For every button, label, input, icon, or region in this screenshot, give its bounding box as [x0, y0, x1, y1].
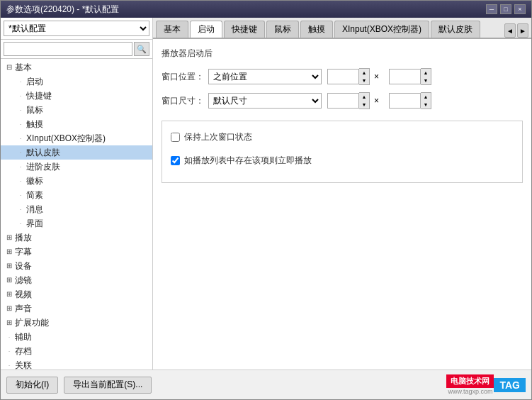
tree-toggle-徽标: -: [15, 175, 26, 187]
tab-XInput(XBOX控制器)[interactable]: XInput(XBOX控制器): [334, 21, 429, 38]
bottom-bar: 初始化(I) 导出当前配置(S)... 电脑技术网 www.tagxp.com …: [1, 370, 531, 399]
tree-label-界面: 界面: [26, 217, 43, 230]
tree-item-界面[interactable]: -界面: [1, 216, 152, 230]
tree-label-徽标: 徽标: [26, 174, 43, 187]
size-w-up[interactable]: ▲: [359, 93, 369, 101]
tree-item-鼠标[interactable]: -鼠标: [1, 103, 152, 117]
checkbox-keep-state[interactable]: [171, 133, 180, 142]
search-input[interactable]: [4, 42, 132, 56]
tree-label-声音: 声音: [15, 302, 32, 315]
tree-item-消息[interactable]: -消息: [1, 202, 152, 216]
tree-item-辅助[interactable]: -辅助: [1, 330, 152, 344]
tree-label-XInput: XInput(XBOX控制器): [26, 132, 106, 145]
tab-nav-prev[interactable]: ◄: [504, 23, 516, 38]
tree-item-进阶皮肤[interactable]: -进阶皮肤: [1, 160, 152, 174]
tree-item-XInput[interactable]: -XInput(XBOX控制器): [1, 131, 152, 145]
content-area: *默认配置 🔍 ⊟基本-启动-快捷键-鼠标-触摸-XInput(XBOX控制器)…: [1, 18, 531, 370]
tree-item-基本[interactable]: ⊟基本: [1, 60, 152, 74]
size-h-input[interactable]: 240: [389, 93, 421, 109]
export-button[interactable]: 导出当前配置(S)...: [64, 377, 152, 394]
tree-toggle-界面: -: [15, 218, 26, 229]
checkbox-autoplay[interactable]: [171, 156, 180, 165]
tree-item-默认皮肤[interactable]: -默认皮肤: [1, 145, 152, 160]
tree-item-简素[interactable]: -简素: [1, 188, 152, 202]
tree-toggle-默认皮肤: -: [15, 147, 26, 158]
size-h-up[interactable]: ▲: [421, 93, 431, 101]
close-button[interactable]: ×: [514, 4, 526, 14]
tab-默认皮肤[interactable]: 默认皮肤: [431, 21, 480, 38]
size-h-down[interactable]: ▼: [421, 101, 431, 109]
tree-toggle-播放: ⊞: [4, 232, 15, 243]
tree-item-关联[interactable]: -关联: [1, 358, 152, 370]
tree-label-视频: 视频: [15, 288, 32, 301]
tree-label-鼠标: 鼠标: [26, 104, 43, 116]
window-size-label: 窗口尺寸：: [162, 95, 204, 107]
tree-item-字幕[interactable]: ⊞字幕: [1, 245, 152, 259]
tree-label-播放: 播放: [15, 231, 32, 244]
tree-item-视频[interactable]: ⊞视频: [1, 287, 152, 301]
pos-x-down[interactable]: ▼: [359, 77, 369, 84]
tree-toggle-扩展功能: ⊞: [4, 317, 15, 328]
window-position-row: 窗口位置： 之前位置 0 ▲ ▼ × 0: [162, 68, 523, 85]
tab-鼠标[interactable]: 鼠标: [266, 21, 299, 38]
title-bar: 参数选项(220420) - *默认配置 ─ □ ×: [1, 1, 531, 18]
tree-item-滤镜[interactable]: ⊞滤镜: [1, 273, 152, 287]
window-size-row: 窗口尺寸： 默认尺寸 320 ▲ ▼ × 240: [162, 92, 523, 109]
tree-label-快捷键: 快捷键: [26, 89, 52, 102]
tab-快捷键[interactable]: 快捷键: [224, 21, 265, 38]
pos-y-up[interactable]: ▲: [421, 69, 431, 77]
window-size-select[interactable]: 默认尺寸: [208, 93, 322, 109]
tree-toggle-消息: -: [15, 204, 26, 215]
tree-item-触摸[interactable]: -触摸: [1, 117, 152, 131]
tree-toggle-简素: -: [15, 189, 26, 201]
minimize-button[interactable]: ─: [486, 4, 497, 14]
tree-item-快捷键[interactable]: -快捷键: [1, 89, 152, 103]
tree-toggle-声音: ⊞: [4, 303, 15, 314]
tree-label-触摸: 触摸: [26, 118, 43, 130]
tree-label-存档: 存档: [15, 345, 32, 357]
tree-label-设备: 设备: [15, 260, 32, 272]
checkbox-keep-state-label[interactable]: 保持上次窗口状态: [184, 131, 252, 143]
section-title: 播放器启动后: [162, 48, 523, 60]
init-button[interactable]: 初始化(I): [6, 377, 58, 394]
tree-item-设备[interactable]: ⊞设备: [1, 259, 152, 273]
main-window: 参数选项(220420) - *默认配置 ─ □ × *默认配置 🔍 ⊟基本-启…: [0, 0, 532, 400]
pos-x-spinner: 0 ▲ ▼: [327, 68, 370, 85]
tree-item-徽标[interactable]: -徽标: [1, 174, 152, 188]
profile-dropdown[interactable]: *默认配置: [4, 21, 149, 36]
tree-toggle-视频: ⊞: [4, 289, 15, 300]
tree-toggle-关联: -: [4, 360, 15, 370]
pos-x-input[interactable]: 0: [327, 69, 359, 84]
left-panel: *默认配置 🔍 ⊟基本-启动-快捷键-鼠标-触摸-XInput(XBOX控制器)…: [1, 18, 153, 370]
tree-toggle-进阶皮肤: -: [15, 161, 26, 172]
watermark-area: 电脑技术网 www.tagxp.com TAG: [446, 374, 526, 395]
pos-y-down[interactable]: ▼: [421, 77, 431, 84]
tab-nav-next[interactable]: ►: [517, 23, 528, 38]
tree-toggle-XInput: -: [15, 133, 26, 144]
tree-item-启动[interactable]: -启动: [1, 74, 152, 89]
watermark-tag: TAG: [494, 378, 526, 392]
tree-item-存档[interactable]: -存档: [1, 344, 152, 358]
tab-触摸[interactable]: 触摸: [300, 21, 333, 38]
checkbox-autoplay-row: 如播放列表中存在该项则立即播放: [171, 152, 514, 170]
watermark-text: 电脑技术网: [446, 374, 494, 388]
tree-toggle-设备: ⊞: [4, 260, 15, 272]
search-box: 🔍: [1, 40, 152, 59]
tree-label-简素: 简素: [26, 189, 43, 201]
size-w-input[interactable]: 320: [327, 93, 359, 109]
size-w-down[interactable]: ▼: [359, 101, 369, 109]
tree-item-播放[interactable]: ⊞播放: [1, 230, 152, 245]
window-position-select[interactable]: 之前位置: [208, 69, 322, 84]
tree-item-扩展功能[interactable]: ⊞扩展功能: [1, 316, 152, 330]
pos-y-input[interactable]: 0: [389, 69, 421, 84]
tree-toggle-字幕: ⊞: [4, 246, 15, 257]
tree-label-默认皮肤: 默认皮肤: [26, 146, 60, 159]
tree-toggle-辅助: -: [4, 331, 15, 343]
maximize-button[interactable]: □: [500, 4, 511, 14]
pos-x-up[interactable]: ▲: [359, 69, 369, 77]
tree-item-声音[interactable]: ⊞声音: [1, 301, 152, 316]
search-button[interactable]: 🔍: [134, 42, 149, 56]
tab-基本[interactable]: 基本: [156, 21, 188, 38]
tab-启动[interactable]: 启动: [190, 21, 222, 38]
checkbox-autoplay-label[interactable]: 如播放列表中存在该项则立即播放: [184, 155, 312, 167]
